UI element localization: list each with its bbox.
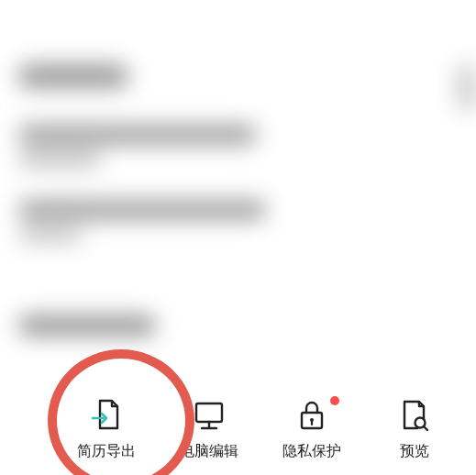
lock-icon xyxy=(294,398,329,433)
toolbar-item-label: 预览 xyxy=(400,442,429,461)
pc-edit-button[interactable]: 电脑编辑 xyxy=(158,398,260,461)
blur-heading xyxy=(18,64,128,88)
export-resume-button[interactable]: 简历导出 xyxy=(55,398,158,461)
blur-line-2-sub xyxy=(18,227,83,242)
blur-side-element xyxy=(458,64,476,110)
file-search-icon xyxy=(397,398,432,433)
preview-button[interactable]: 预览 xyxy=(363,398,466,461)
notification-badge xyxy=(330,396,339,405)
blur-line-1-sub xyxy=(18,152,101,167)
blur-section-heading xyxy=(18,315,156,336)
toolbar-item-label: 电脑编辑 xyxy=(180,442,238,461)
blur-line-2 xyxy=(18,200,266,220)
privacy-button[interactable]: 隐私保护 xyxy=(260,398,363,461)
blur-line-1 xyxy=(18,125,257,145)
toolbar-item-label: 简历导出 xyxy=(77,442,136,461)
monitor-icon xyxy=(192,398,227,433)
svg-rect-0 xyxy=(196,403,222,422)
export-file-icon xyxy=(89,398,124,433)
toolbar-item-label: 隐私保护 xyxy=(282,442,341,461)
bottom-toolbar: 简历导出 电脑编辑 隐私保护 xyxy=(0,385,476,475)
